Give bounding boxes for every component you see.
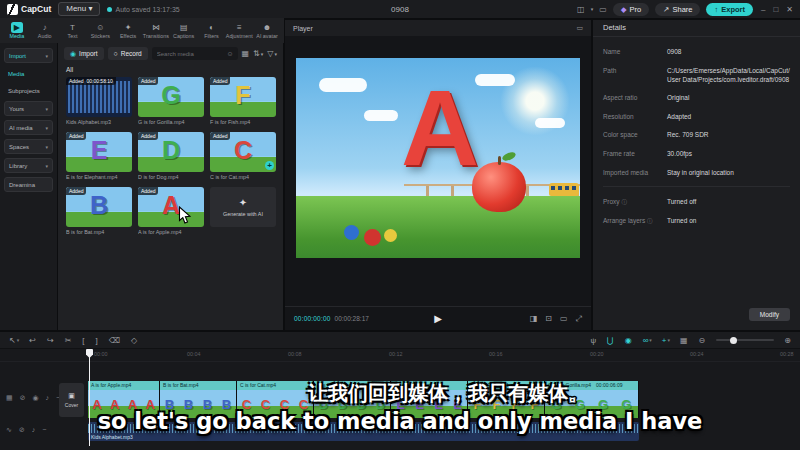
sidebar-item-label: Media xyxy=(8,71,24,77)
letter-graphic: G xyxy=(161,81,180,110)
media-item-video[interactable]: Added D D is for Dog.mp4 xyxy=(138,132,204,180)
auto-snap-icon[interactable]: ◉ xyxy=(625,336,633,345)
add-to-timeline-button[interactable]: + xyxy=(265,161,274,170)
sidebar-item-media[interactable]: Media xyxy=(4,67,53,80)
zoom-out-icon[interactable]: ⊖ xyxy=(699,336,707,345)
video-thumbnail[interactable]: Added F xyxy=(210,77,276,117)
view-toggle-icon[interactable]: ▦ xyxy=(242,49,250,58)
track-order-icon[interactable]: ▦ xyxy=(6,394,13,402)
import-button[interactable]: ◉ Import xyxy=(64,47,104,60)
tab-text[interactable]: T Text xyxy=(59,22,87,39)
modify-button[interactable]: Modify xyxy=(749,308,790,321)
preview-axis-icon[interactable]: + ▾ xyxy=(662,336,670,345)
sidebar-item-yours[interactable]: Yours ▾ xyxy=(4,101,53,116)
fullscreen-icon[interactable]: ⤢ xyxy=(576,314,582,324)
share-button[interactable]: ↗ Share xyxy=(655,3,700,16)
record-button[interactable]: ○ Record xyxy=(108,47,148,60)
timeline-ruler[interactable]: 00:00 00:04 00:08 00:12 00:16 00:20 00:2… xyxy=(0,349,800,362)
menu-button[interactable]: Menu ▾ xyxy=(58,2,100,16)
generate-with-ai-tile[interactable]: ✦ Generate with AI xyxy=(210,187,276,235)
undo-icon[interactable]: ↩ xyxy=(29,336,37,345)
hide-track-icon[interactable]: ◉ xyxy=(33,394,39,402)
media-item-video[interactable]: Added E E is for Elephant.mp4 xyxy=(66,132,132,180)
mirror-preview-icon[interactable]: ◨ xyxy=(530,314,538,324)
video-thumbnail[interactable]: Added D xyxy=(138,132,204,172)
lock-track-icon[interactable]: ⊘ xyxy=(19,426,25,434)
sidebar-item-import[interactable]: Import ▾ xyxy=(4,48,53,63)
detail-label: Path xyxy=(603,66,667,84)
zoom-slider-knob[interactable] xyxy=(730,337,737,344)
main-track-magnet-icon[interactable]: ⋃ xyxy=(607,336,615,345)
delete-left-icon[interactable]: [ xyxy=(82,336,85,345)
ratio-icon[interactable]: ▭ xyxy=(560,314,568,324)
tab-media[interactable]: ▶ Media xyxy=(3,22,31,39)
video-thumbnail[interactable]: Added A xyxy=(138,187,204,227)
shrink-track-icon[interactable]: − xyxy=(42,426,46,434)
tab-audio[interactable]: ♪ Audio xyxy=(31,22,59,39)
sidebar-item-label: Library xyxy=(9,163,27,169)
video-thumbnail[interactable]: Added B xyxy=(66,187,132,227)
media-item-video[interactable]: Added B B is for Bat.mp4 xyxy=(66,187,132,235)
play-button[interactable]: ▶ xyxy=(434,313,442,324)
delete-right-icon[interactable]: ] xyxy=(96,336,99,345)
filter-icon[interactable]: ▽ ▾ xyxy=(267,49,277,58)
sidebar-item-dreamina[interactable]: Dreamina xyxy=(4,177,53,192)
cover-button[interactable]: ▣ Cover xyxy=(59,383,84,417)
video-thumbnail[interactable]: Added E xyxy=(66,132,132,172)
freeze-icon[interactable]: ◇ xyxy=(131,336,138,345)
sidebar-item-subprojects[interactable]: Subprojects xyxy=(4,84,53,97)
tab-stickers[interactable]: ☺ Stickers xyxy=(86,22,114,39)
tab-transitions[interactable]: ⋈ Transitions xyxy=(142,22,170,39)
voiceover-mic-icon[interactable]: ψ xyxy=(590,336,597,345)
layout-chevron-icon[interactable]: ▾ xyxy=(591,6,594,12)
redo-icon[interactable]: ↪ xyxy=(47,336,55,345)
zoom-fit-icon[interactable]: ⊡ xyxy=(545,314,552,324)
split-icon[interactable]: ✂ xyxy=(65,336,73,345)
media-item-video[interactable]: Added C + C is for Cat.mp4 xyxy=(210,132,276,180)
sidebar-item-label: Dreamina xyxy=(9,182,35,188)
video-thumbnail[interactable]: Added C + xyxy=(210,132,276,172)
player-adapt-icon[interactable]: ▭ xyxy=(576,24,583,32)
maximize-button[interactable]: □ xyxy=(773,5,778,14)
playhead-line[interactable] xyxy=(89,350,90,446)
linking-icon[interactable]: ∞ ▾ xyxy=(643,336,652,345)
layout-compact-icon[interactable]: ▭ xyxy=(599,5,607,14)
export-button[interactable]: ↑ Export xyxy=(706,3,753,16)
sort-icon[interactable]: ⇅ ▾ xyxy=(253,49,263,58)
tab-effects[interactable]: ✦ Effects xyxy=(114,22,142,39)
apple-graphic xyxy=(472,162,526,212)
delete-icon[interactable]: ⌫ xyxy=(109,336,121,345)
sidebar-item-ai-media[interactable]: AI media ▾ xyxy=(4,120,53,135)
tab-filters[interactable]: ◐ Filters xyxy=(198,22,226,39)
video-thumbnail[interactable]: Added G xyxy=(138,77,204,117)
lock-track-icon[interactable]: ⊘ xyxy=(20,394,26,402)
media-item-video[interactable]: Added G G is for Gorilla.mp4 xyxy=(138,77,204,125)
timeline-zoom-slider[interactable] xyxy=(716,339,774,341)
tab-label: Stickers xyxy=(91,34,110,39)
letter-graphic: C xyxy=(234,136,252,165)
render-preview-icon[interactable]: ▦ xyxy=(680,336,689,345)
media-panel: ◉ Import ○ Record Search media ⊙ ▦ ⇅ ▾ ▽… xyxy=(58,43,283,330)
close-button[interactable]: ✕ xyxy=(786,5,793,14)
select-tool-icon[interactable]: ↖ ▾ xyxy=(9,336,19,345)
media-item-audio[interactable]: Added 00:00:58:10 Kids Alphabet.mp3 xyxy=(66,77,132,125)
mute-track-icon[interactable]: ♪ xyxy=(46,394,50,402)
search-placeholder: Search media xyxy=(157,51,225,57)
tab-adjustment[interactable]: ≡ Adjustment xyxy=(225,22,253,39)
info-icon: ⓘ xyxy=(647,218,653,224)
audio-thumbnail[interactable]: Added 00:00:58:10 xyxy=(66,77,132,117)
search-input[interactable]: Search media ⊙ xyxy=(152,47,238,60)
pro-button[interactable]: ◆ Pro xyxy=(613,3,649,16)
tab-ai-avatar[interactable]: ☻ AI avatar xyxy=(253,22,281,39)
minimize-button[interactable]: – xyxy=(761,5,765,14)
media-item-video[interactable]: Added F F is for Fish.mp4 xyxy=(210,77,276,125)
video-preview[interactable]: A xyxy=(296,58,580,258)
layout-panels-icon[interactable]: ◫ xyxy=(577,5,585,14)
media-item-video[interactable]: Added A A is for Apple.mp4 xyxy=(138,187,204,235)
sidebar-item-library[interactable]: Library ▾ xyxy=(4,158,53,173)
sidebar-item-spaces[interactable]: Spaces ▾ xyxy=(4,139,53,154)
zoom-in-icon[interactable]: ⊕ xyxy=(784,336,791,345)
tab-captions[interactable]: ▤ Captions xyxy=(170,22,198,39)
audio-track-icon[interactable]: ∿ xyxy=(6,426,12,434)
mute-track-icon[interactable]: ♪ xyxy=(32,426,36,434)
